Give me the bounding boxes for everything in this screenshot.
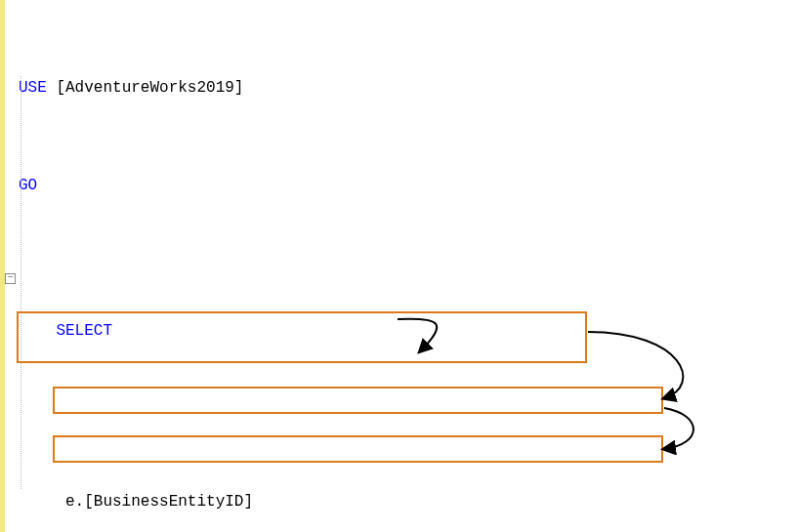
keyword-use: USE — [19, 79, 47, 97]
code-line: e.[BusinessEntityID] — [5, 490, 797, 514]
code-line: USE [AdventureWorks2019] — [5, 76, 797, 101]
code-line: − SELECT — [5, 270, 797, 368]
db-name: [AdventureWorks2019] — [47, 79, 244, 97]
fold-toggle-icon[interactable]: − — [5, 273, 16, 284]
fold-guide-line — [21, 76, 21, 489]
code-editor[interactable]: USE [AdventureWorks2019] GO − SELECT e.[… — [5, 3, 797, 532]
keyword-select: SELECT — [56, 322, 112, 340]
code-line: GO — [5, 174, 797, 198]
